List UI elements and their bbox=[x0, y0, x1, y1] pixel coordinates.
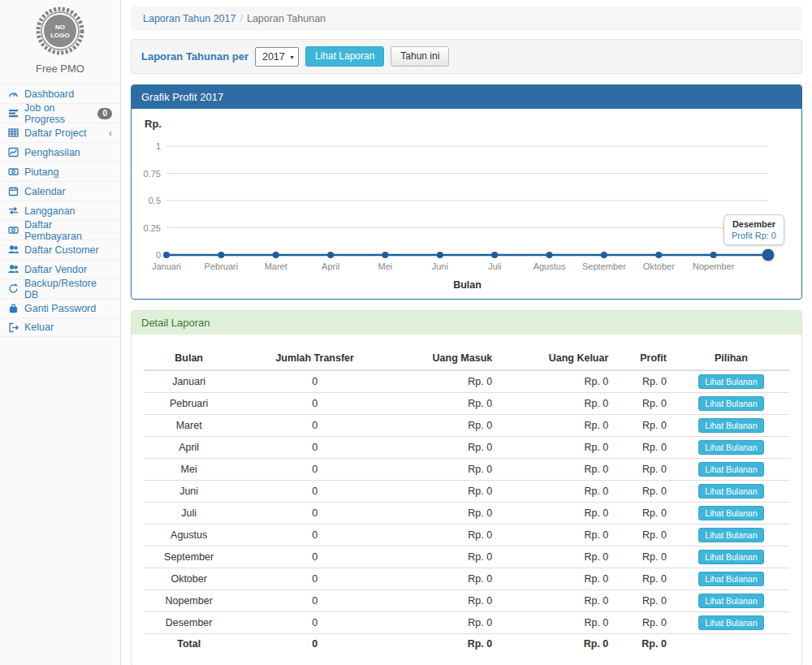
view-monthly-button[interactable]: Lihat Bulanan bbox=[698, 440, 763, 455]
detail-report-panel: Detail Laporan BulanJumlah TransferUang … bbox=[131, 310, 802, 665]
year-select[interactable]: 2017 bbox=[255, 47, 299, 67]
svg-text:April: April bbox=[322, 261, 339, 271]
table-cell-actions: Lihat Bulanan bbox=[673, 525, 789, 546]
chevron-left-icon: ‹ bbox=[109, 129, 112, 137]
table-row: Januari0Rp. 0Rp. 0Rp. 0Lihat Bulanan bbox=[144, 370, 789, 393]
sidebar-item-job-on-progress[interactable]: Job on Progress0 bbox=[0, 103, 120, 123]
svg-text:Bulan: Bulan bbox=[453, 279, 482, 291]
svg-text:Januari: Januari bbox=[152, 261, 181, 271]
this-year-button[interactable]: Tahun ini bbox=[391, 46, 449, 67]
table-row: Desember0Rp. 0Rp. 0Rp. 0Lihat Bulanan bbox=[144, 612, 789, 634]
svg-text:Juli: Juli bbox=[488, 261, 502, 271]
sidebar-item-langganan[interactable]: Langganan bbox=[0, 201, 120, 220]
chart-tooltip: Desember Profit Rp: 0 bbox=[723, 214, 784, 245]
detail-panel-title: Detail Laporan bbox=[132, 311, 801, 335]
table-row: Juli0Rp. 0Rp. 0Rp. 0Lihat Bulanan bbox=[144, 503, 789, 525]
table-cell-actions: Lihat Bulanan bbox=[673, 437, 789, 459]
view-monthly-button[interactable]: Lihat Bulanan bbox=[698, 396, 763, 411]
table-cell: Rp. 0 bbox=[615, 415, 673, 437]
table-cell: Maret bbox=[144, 415, 234, 437]
view-monthly-button[interactable]: Lihat Bulanan bbox=[698, 418, 763, 433]
table-cell: 0 bbox=[234, 437, 395, 459]
svg-text:NO: NO bbox=[55, 24, 65, 31]
svg-text:0.25: 0.25 bbox=[144, 223, 161, 233]
breadcrumb-current: Laporan Tahunan bbox=[247, 13, 326, 24]
table-row: Mei0Rp. 0Rp. 0Rp. 0Lihat Bulanan bbox=[144, 459, 789, 481]
filter-label: Laporan Tahunan per bbox=[141, 50, 248, 63]
column-header-profit: Profit bbox=[615, 347, 673, 370]
table-cell: Rp. 0 bbox=[499, 612, 615, 634]
profit-line-chart: 10.750.50.250JanuariPebruariMaretAprilMe… bbox=[132, 109, 801, 297]
view-monthly-button[interactable]: Lihat Bulanan bbox=[698, 506, 763, 520]
chart-tooltip-month: Desember bbox=[732, 219, 776, 229]
sidebar-item-penghasilan[interactable]: Penghasilan bbox=[0, 142, 120, 162]
table-cell: Rp. 0 bbox=[395, 546, 499, 568]
sidebar-item-daftar-project[interactable]: Daftar Project‹ bbox=[0, 123, 120, 142]
table-cell: Rp. 0 bbox=[499, 590, 615, 612]
table-cell: Rp. 0 bbox=[395, 370, 499, 393]
svg-text:0: 0 bbox=[156, 250, 161, 260]
table-cell: Rp. 0 bbox=[395, 503, 499, 525]
table-cell: Rp. 0 bbox=[395, 525, 499, 546]
sidebar-item-keluar[interactable]: Keluar bbox=[0, 317, 120, 337]
table-cell: 0 bbox=[234, 393, 395, 415]
svg-text:0.75: 0.75 bbox=[144, 169, 161, 179]
table-cell: Rp. 0 bbox=[395, 415, 499, 437]
table-cell: Rp. 0 bbox=[615, 546, 673, 568]
main-content: Laporan Tahun 2017/Laporan Tahunan Lapor… bbox=[121, 0, 812, 665]
sign-out-icon bbox=[8, 322, 19, 333]
table-cell: Rp. 0 bbox=[499, 393, 615, 415]
users-icon bbox=[8, 264, 19, 274]
table-cell: Rp. 0 bbox=[395, 437, 499, 459]
sidebar-item-dashboard[interactable]: Dashboard bbox=[0, 84, 120, 103]
view-monthly-button[interactable]: Lihat Bulanan bbox=[698, 615, 763, 630]
table-row: April0Rp. 0Rp. 0Rp. 0Lihat Bulanan bbox=[144, 437, 789, 459]
table-cell: Rp. 0 bbox=[499, 370, 615, 393]
table-cell: Rp. 0 bbox=[615, 481, 673, 503]
sidebar-item-label: Job on Progress bbox=[24, 102, 92, 125]
view-monthly-button[interactable]: Lihat Bulanan bbox=[698, 484, 763, 499]
view-monthly-button[interactable]: Lihat Bulanan bbox=[698, 572, 763, 586]
view-monthly-button[interactable]: Lihat Bulanan bbox=[698, 594, 763, 608]
view-monthly-button[interactable]: Lihat Bulanan bbox=[698, 374, 763, 389]
report-table-body: Januari0Rp. 0Rp. 0Rp. 0Lihat BulananPebr… bbox=[144, 370, 789, 654]
table-cell-actions: Lihat Bulanan bbox=[673, 546, 789, 568]
sidebar-item-daftar-customer[interactable]: Daftar Customer bbox=[0, 240, 120, 259]
table-cell: Rp. 0 bbox=[499, 437, 615, 459]
table-cell: Juli bbox=[144, 503, 234, 525]
sidebar-item-ganti-password[interactable]: Ganti Password bbox=[0, 298, 120, 317]
table-cell-actions: Lihat Bulanan bbox=[673, 590, 789, 612]
table-cell: 0 bbox=[234, 481, 395, 503]
breadcrumb: Laporan Tahun 2017/Laporan Tahunan bbox=[131, 6, 802, 31]
sidebar-item-label: Langganan bbox=[24, 205, 76, 217]
sidebar-item-label: Daftar Vendor bbox=[24, 264, 87, 275]
table-cell: Nopember bbox=[144, 590, 234, 612]
table-cell: 0 bbox=[234, 459, 395, 481]
view-monthly-button[interactable]: Lihat Bulanan bbox=[698, 528, 763, 542]
dashboard-icon bbox=[8, 89, 19, 99]
table-row: September0Rp. 0Rp. 0Rp. 0Lihat Bulanan bbox=[144, 546, 789, 568]
table-cell: Rp. 0 bbox=[499, 568, 615, 590]
view-monthly-button[interactable]: Lihat Bulanan bbox=[698, 550, 763, 564]
sidebar-item-daftar-vendor[interactable]: Daftar Vendor bbox=[0, 259, 120, 279]
breadcrumb-link-laporan-tahun[interactable]: Laporan Tahun 2017 bbox=[143, 13, 235, 24]
svg-text:Agustus: Agustus bbox=[533, 261, 566, 271]
column-header-uang-masuk: Uang Masuk bbox=[395, 347, 499, 370]
sidebar-item-backup-restore-db[interactable]: Backup/Restore DB bbox=[0, 279, 120, 298]
column-header-uang-keluar: Uang Keluar bbox=[499, 347, 615, 370]
table-cell: Desember bbox=[144, 612, 234, 634]
sidebar-item-label: Daftar Pembayaran bbox=[24, 219, 112, 242]
sidebar-item-label: Daftar Customer bbox=[24, 244, 99, 256]
page: NO LOGO Free PMO DashboardJob on Progres… bbox=[0, 0, 812, 665]
column-header-pilihan: Pilihan bbox=[673, 347, 789, 370]
view-report-button[interactable]: Lihat Laporan bbox=[305, 46, 384, 67]
svg-text:0.5: 0.5 bbox=[149, 196, 161, 205]
sidebar-item-daftar-pembayaran[interactable]: Daftar Pembayaran bbox=[0, 220, 120, 240]
table-total-row: Total0Rp. 0Rp. 0Rp. 0 bbox=[144, 634, 789, 654]
sidebar-item-calendar[interactable]: Calendar bbox=[0, 181, 120, 201]
table-cell-actions: Lihat Bulanan bbox=[673, 459, 789, 481]
view-monthly-button[interactable]: Lihat Bulanan bbox=[698, 462, 763, 477]
sidebar-item-piutang[interactable]: Piutang bbox=[0, 162, 120, 181]
retweet-icon bbox=[8, 205, 19, 216]
users-icon bbox=[8, 244, 19, 255]
